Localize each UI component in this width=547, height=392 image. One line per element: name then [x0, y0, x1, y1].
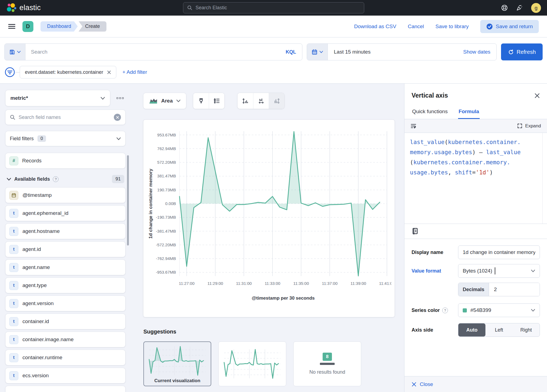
- tab-quick-functions[interactable]: Quick functions: [412, 105, 448, 119]
- dashboard-app-badge[interactable]: D: [22, 21, 33, 32]
- decimals-value[interactable]: 2: [489, 283, 540, 296]
- kql-badge[interactable]: KQL: [280, 44, 302, 60]
- chart-type-select[interactable]: Area: [143, 93, 186, 109]
- axis-side-auto[interactable]: Auto: [458, 323, 485, 337]
- mini-area-chart: [148, 344, 207, 378]
- field-item-agent.version[interactable]: tagent.version: [5, 296, 125, 311]
- saved-query-menu[interactable]: [5, 44, 25, 60]
- field-item-@timestamp[interactable]: @timestamp: [5, 188, 125, 203]
- global-search[interactable]: [183, 2, 364, 13]
- expand-button[interactable]: Expand: [517, 123, 541, 129]
- display-name-input[interactable]: [463, 249, 535, 255]
- help-circle-icon[interactable]: ?: [442, 308, 448, 313]
- visual-options-button[interactable]: [193, 93, 209, 109]
- help-icon[interactable]: [501, 4, 508, 11]
- user-avatar[interactable]: g: [531, 3, 541, 13]
- global-search-input[interactable]: [196, 5, 360, 11]
- save-and-return-button[interactable]: Save and return: [480, 20, 539, 33]
- word-wrap-icon[interactable]: [410, 123, 416, 129]
- field-search-input[interactable]: [19, 115, 111, 120]
- field-item-container.image.name[interactable]: tcontainer.image.name: [5, 332, 125, 347]
- text-cursor: [495, 267, 495, 274]
- display-name-field[interactable]: [458, 245, 540, 259]
- axis-side-left[interactable]: Left: [485, 323, 513, 337]
- dimension-panel: Vertical axis Quick functions Formula Ex…: [404, 84, 547, 392]
- chart-type-label: Area: [161, 98, 173, 104]
- documentation-book-icon[interactable]: [412, 228, 419, 235]
- elastic-brand[interactable]: elastic: [6, 3, 41, 13]
- brush-icon: [198, 98, 204, 104]
- time-range-value[interactable]: Last 15 minutes: [328, 44, 457, 60]
- bottom-axis-button[interactable]: [253, 93, 269, 109]
- style-button-group: [193, 93, 224, 109]
- field-item-container.id[interactable]: tcontainer.id: [5, 314, 125, 329]
- filter-bar: event.dataset: kubernetes.container + Ad…: [0, 64, 547, 84]
- data-panel-options-icon[interactable]: [115, 96, 125, 101]
- header-icons: g: [501, 3, 541, 13]
- visualization-workspace: Area: [143, 84, 398, 392]
- text-field-icon: t: [9, 335, 18, 344]
- breadcrumb-create: Create: [79, 21, 106, 32]
- field-item-agent.name[interactable]: tagent.name: [5, 260, 125, 275]
- series-color-select[interactable]: #54B399: [458, 303, 540, 317]
- clear-search-icon[interactable]: [114, 114, 121, 121]
- field-search[interactable]: [5, 110, 125, 125]
- help-circle-icon[interactable]: ?: [53, 176, 59, 182]
- value-format-label[interactable]: Value format: [412, 268, 458, 274]
- decimals-field[interactable]: Decimals 2: [458, 283, 540, 296]
- nav-actions: Download as CSV Cancel Save to library S…: [354, 20, 539, 33]
- cancel-link[interactable]: Cancel: [408, 24, 424, 30]
- legend-values-button[interactable]: [209, 93, 224, 109]
- field-item-agent.ephemeral_id[interactable]: tagent.ephemeral_id: [5, 206, 125, 221]
- add-filter-button[interactable]: + Add filter: [122, 69, 147, 75]
- svg-text:953.67MB: 953.67MB: [157, 133, 176, 137]
- available-fields-label: Available fields: [14, 176, 50, 182]
- axis-side-right[interactable]: Right: [513, 323, 540, 337]
- formula-scrollbar[interactable]: [542, 133, 543, 224]
- download-csv-link[interactable]: Download as CSV: [354, 24, 396, 30]
- field-name: container.id: [22, 318, 49, 324]
- suggestion-line[interactable]: [218, 341, 286, 386]
- svg-text:572.20MB: 572.20MB: [157, 160, 176, 165]
- field-filters-accordion[interactable]: Field filters 0: [5, 131, 125, 146]
- field-item-agent.type[interactable]: tagent.type: [5, 278, 125, 293]
- whats-new-icon[interactable]: [516, 4, 523, 11]
- area-chart[interactable]: 953.67MB762.94MB572.20MB381.47MB190.73MB…: [145, 123, 393, 314]
- value-format-select[interactable]: Bytes (1024): [458, 264, 540, 278]
- query-search-input[interactable]: [31, 49, 274, 55]
- suggestion-no-results[interactable]: 8 No results found: [293, 341, 361, 386]
- close-panel-button[interactable]: Close: [404, 376, 547, 392]
- field-item-container.runtime[interactable]: tcontainer.runtime: [5, 350, 125, 365]
- sidebar-scrollbar[interactable]: [127, 155, 129, 245]
- records-field-item[interactable]: # Records: [5, 153, 125, 168]
- field-item-ecs.version[interactable]: tecs.version: [5, 368, 125, 383]
- panel-title: Vertical axis: [412, 92, 448, 99]
- chevron-down-icon: [100, 96, 105, 101]
- expand-icon: [517, 123, 522, 128]
- query-input[interactable]: [25, 44, 280, 60]
- right-axis-button-disabled: [269, 93, 284, 109]
- save-to-library-link[interactable]: Save to library: [435, 24, 468, 30]
- refresh-button[interactable]: Refresh: [501, 43, 543, 60]
- field-item-agent.id[interactable]: tagent.id: [5, 242, 125, 257]
- filter-icon[interactable]: [4, 67, 15, 78]
- index-pattern-select[interactable]: metric*: [5, 90, 110, 106]
- remove-filter-icon[interactable]: [107, 70, 111, 74]
- filter-connector: [15, 72, 20, 72]
- lens-editor-app: elastic g D Dashboard Create Download as…: [0, 0, 547, 392]
- tab-formula[interactable]: Formula: [458, 105, 480, 119]
- field-name: agent.id: [22, 246, 41, 252]
- field-item-agent.hostname[interactable]: tagent.hostname: [5, 224, 125, 239]
- breadcrumb-dashboard[interactable]: Dashboard: [40, 21, 78, 32]
- formula-editor[interactable]: last_value(kubernetes.container.memory.u…: [404, 133, 547, 224]
- close-icon[interactable]: [534, 93, 540, 98]
- field-name: container.image.name: [22, 337, 74, 343]
- available-fields-header[interactable]: Available fields ? 91: [5, 175, 125, 183]
- field-list: @timestamptagent.ephemeral_idtagent.host…: [5, 188, 125, 392]
- left-axis-button[interactable]: [238, 93, 253, 109]
- suggestion-current[interactable]: Current visualization: [143, 341, 211, 386]
- date-quick-menu[interactable]: [307, 44, 328, 60]
- show-dates-button[interactable]: Show dates: [457, 44, 496, 60]
- menu-icon[interactable]: [8, 24, 15, 29]
- filter-pill[interactable]: event.dataset: kubernetes.container: [20, 66, 116, 78]
